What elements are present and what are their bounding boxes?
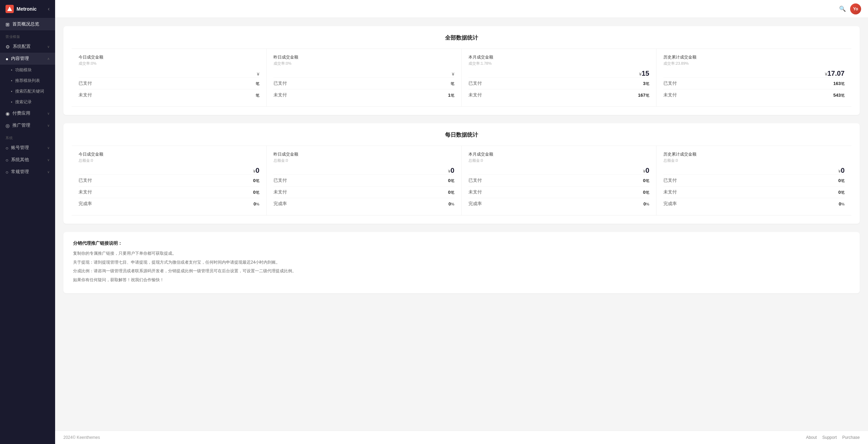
sidebar-item-promo-mgmt[interactable]: ◎ 推广管理 ∨ xyxy=(0,119,55,131)
sidebar-section-label-1: 营业模版 xyxy=(0,30,55,41)
sidebar-section-label-2: 系统 xyxy=(0,131,55,142)
sidebar-collapse-button[interactable]: ‹ xyxy=(48,6,50,12)
topbar-actions: 🔍 Yo xyxy=(839,3,861,14)
unpaid-label-month-all: 未支付 xyxy=(468,92,482,98)
info-line-4: 如果你有任何疑问，获取解答！祝我们合作愉快！ xyxy=(73,276,850,284)
sidebar-item-system-other-label: 系统其他 xyxy=(11,157,29,163)
info-line-2: 关于提现：请到提现管理七目、申请提现，提现方式为微信或者支付宝，任何时间内申请提… xyxy=(73,259,850,266)
stat-row-unpaid-history-all: 未支付 543笔 xyxy=(663,89,845,101)
stat-value-history-daily: ¥0 xyxy=(663,167,845,175)
info-section: 分销代理推广链接说明： 复制你的专属推广链接，只要用户下单你都可获取提成。 关于… xyxy=(63,232,860,293)
stat-card-month-daily: 本月成交金额 总额金:0 ¥0 已支付 0笔 未支付 0笔 完成率 xyxy=(462,146,657,215)
stat-row-completion-month-daily: 完成率 0% xyxy=(468,198,649,210)
paid-label-today-all: 已支付 xyxy=(79,81,92,86)
currency-history-daily: ¥ xyxy=(838,169,841,174)
common-mgmt-arrow: ∨ xyxy=(47,170,50,174)
stat-label-history-daily: 历史累计成交金额 xyxy=(663,151,845,157)
stat-card-yesterday-all: 昨日成交金额 成交率:0% ¥ 已支付 笔 未支付 1笔 xyxy=(267,49,462,107)
sidebar-item-system-other[interactable]: ○ 系统其他 ∨ xyxy=(0,154,55,166)
sidebar-item-common-mgmt-label: 常规管理 xyxy=(11,169,29,175)
payment-apps-icon: ◉ xyxy=(6,111,10,116)
sidebar-item-content-mgmt[interactable]: ● 内容管理 ∧ xyxy=(0,53,55,65)
stat-row-unpaid-month-all: 未支付 167笔 xyxy=(468,89,649,101)
sidebar-sub-recommend-blocks-label: 推荐模块列表 xyxy=(15,78,40,84)
unpaid-value-yesterday-daily: 0笔 xyxy=(448,190,454,195)
account-mgmt-icon: ○ xyxy=(6,145,8,151)
footer-link-support[interactable]: Support xyxy=(822,435,837,440)
stat-row-unpaid-yesterday-daily: 未支付 0笔 xyxy=(273,186,454,198)
footer: 2024© Keenthemes About Support Purchase xyxy=(55,431,868,444)
unpaid-value-history-daily: 0笔 xyxy=(838,190,845,195)
sidebar-item-account-mgmt[interactable]: ○ 账号管理 ∨ xyxy=(0,142,55,154)
stat-card-month-all: 本月成交金额 成交率:1.78% ¥15 已支付 3笔 未支付 167笔 xyxy=(462,49,657,107)
dashboard-icon: ⊞ xyxy=(6,22,10,27)
sidebar-sub-recommend-blocks[interactable]: 推荐模块列表 xyxy=(0,75,55,86)
footer-link-purchase[interactable]: Purchase xyxy=(842,435,860,440)
stat-sublabel-month-all: 成交率:1.78% xyxy=(468,61,649,66)
daily-data-grid: 今日成交金额 总额金:0 ¥0 已支付 0笔 未支付 0笔 完成率 xyxy=(72,146,851,215)
paid-value-history-all: 163笔 xyxy=(833,81,845,86)
paid-label-yesterday-all: 已支付 xyxy=(273,81,287,86)
currency-month-daily: ¥ xyxy=(643,169,645,174)
completion-value-today-daily: 0% xyxy=(254,201,259,207)
unpaid-label-today-all: 未支付 xyxy=(79,92,92,98)
search-button[interactable]: 🔍 xyxy=(839,6,846,12)
stat-sublabel-history-daily: 总额金:0 xyxy=(663,158,845,163)
stat-value-history-all: ¥17.07 xyxy=(663,70,845,77)
completion-label-yesterday-daily: 完成率 xyxy=(273,201,287,207)
sidebar-sub-search-keywords[interactable]: 搜索匹配关键词 xyxy=(0,86,55,97)
sidebar-logo: Metronic ‹ xyxy=(0,0,55,18)
sidebar-item-common-mgmt[interactable]: ○ 常规管理 ∨ xyxy=(0,166,55,178)
sidebar-item-system-config-label: 系统配置 xyxy=(13,44,31,50)
stat-row-paid-history-all: 已支付 163笔 xyxy=(663,77,845,89)
unpaid-label-history-daily: 未支付 xyxy=(663,189,677,195)
info-title: 分销代理推广链接说明： xyxy=(73,240,850,246)
currency-today-daily: ¥ xyxy=(253,169,256,174)
system-config-arrow: ∨ xyxy=(47,45,50,49)
sidebar-item-system-config[interactable]: ⚙ 系统配置 ∨ xyxy=(0,41,55,53)
paid-value-today-daily: 0笔 xyxy=(253,178,259,183)
completion-value-month-daily: 0% xyxy=(643,201,649,207)
content-mgmt-icon: ● xyxy=(6,56,8,62)
stat-sublabel-today-all: 成交率:0% xyxy=(79,61,259,66)
stat-row-unpaid-history-daily: 未支付 0笔 xyxy=(663,186,845,198)
unpaid-value-history-all: 543笔 xyxy=(833,93,845,98)
sidebar-item-payment-apps[interactable]: ◉ 付费应用 ∨ xyxy=(0,107,55,119)
all-data-grid: 今日成交金额 成交率:0% ¥ 已支付 笔 未支付 笔 xyxy=(72,49,851,107)
stat-sublabel-yesterday-daily: 总额金:0 xyxy=(273,158,454,163)
stat-sublabel-history-all: 成交率:23.89% xyxy=(663,61,845,66)
paid-value-history-daily: 0笔 xyxy=(838,178,845,183)
stat-row-paid-month-all: 已支付 3笔 xyxy=(468,77,649,89)
completion-value-yesterday-daily: 0% xyxy=(448,201,454,207)
stat-label-month-daily: 本月成交金额 xyxy=(468,151,649,157)
paid-value-yesterday-all: 笔 xyxy=(451,81,454,86)
stat-value-today-all: ¥ xyxy=(79,70,259,77)
unpaid-label-yesterday-all: 未支付 xyxy=(273,92,287,98)
unpaid-label-yesterday-daily: 未支付 xyxy=(273,189,287,195)
footer-link-about[interactable]: About xyxy=(806,435,817,440)
sidebar-sub-search-records-label: 搜索记录 xyxy=(15,99,32,105)
sidebar-sub-func-blocks[interactable]: 功能模块 xyxy=(0,65,55,75)
system-other-arrow: ∨ xyxy=(47,158,50,162)
stat-value-today-daily: ¥0 xyxy=(79,167,259,175)
sidebar-item-account-mgmt-label: 账号管理 xyxy=(11,145,29,151)
footer-copyright: 2024© Keenthemes xyxy=(63,435,100,440)
footer-links: About Support Purchase xyxy=(806,435,860,440)
paid-value-month-all: 3笔 xyxy=(643,81,649,86)
unpaid-value-month-daily: 0笔 xyxy=(643,190,649,195)
avatar[interactable]: Yo xyxy=(850,3,861,14)
stat-label-month-all: 本月成交金额 xyxy=(468,54,649,60)
topbar: 🔍 Yo xyxy=(55,0,868,18)
completion-label-today-daily: 完成率 xyxy=(79,201,92,207)
completion-label-month-daily: 完成率 xyxy=(468,201,482,207)
paid-label-month-all: 已支付 xyxy=(468,81,482,86)
sidebar-item-dashboard[interactable]: ⊞ 首页概况总览 xyxy=(0,18,55,30)
stat-row-unpaid-today-daily: 未支付 0笔 xyxy=(79,186,259,198)
sidebar-item-content-mgmt-label: 内容管理 xyxy=(11,56,29,62)
unpaid-value-month-all: 167笔 xyxy=(638,93,649,98)
stat-row-paid-yesterday-all: 已支付 笔 xyxy=(273,77,454,89)
paid-label-history-all: 已支付 xyxy=(663,81,677,86)
account-mgmt-arrow: ∨ xyxy=(47,146,50,150)
sidebar-item-promo-mgmt-label: 推广管理 xyxy=(12,123,30,128)
sidebar-sub-search-records[interactable]: 搜索记录 xyxy=(0,97,55,107)
